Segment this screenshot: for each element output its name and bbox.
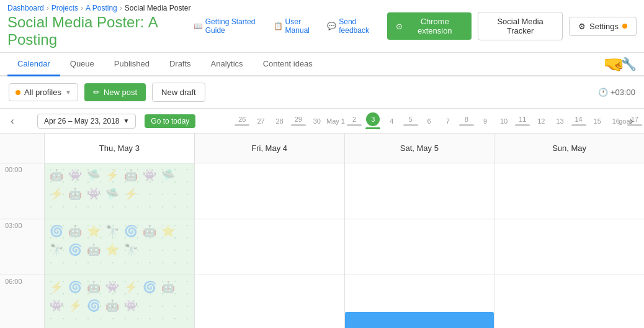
social-media-tracker-button[interactable]: Social Media Tracker <box>478 12 563 40</box>
next-arrow[interactable]: › <box>624 114 639 129</box>
top-bar-left: Dashboard › Projects › A Posting › Socia… <box>7 4 194 48</box>
top-bar-right: 📖 Getting Started Guide 📋 User Manual 💬 … <box>194 12 637 40</box>
day-header-sun: Sun, May <box>494 134 644 163</box>
mini-day-12[interactable]: 12 <box>532 117 550 125</box>
pencil-icon: ✏ <box>93 88 100 97</box>
day-header-fri: Fri, May 4 <box>195 134 344 163</box>
sw-icons-2: 🌀 🤖 ⭐ 🔭 🌀 🤖 ⭐ 🔭 🌀 🤖 ⭐ 🔭 <box>45 219 194 275</box>
mini-day-29[interactable]: 29 <box>289 116 308 126</box>
nav-bar: Calendar Queue Published Drafts Analytic… <box>0 53 644 76</box>
day-slot-sun-00[interactable] <box>494 163 644 219</box>
mini-day-13[interactable]: 13 <box>550 117 569 125</box>
mini-day-4[interactable]: 4 <box>382 117 401 125</box>
time-header <box>0 134 44 163</box>
breadcrumb-a-posting[interactable]: A Posting <box>86 4 117 12</box>
page-title: Social Media Poster: A Posting <box>7 14 194 48</box>
breadcrumb: Dashboard › Projects › A Posting › Socia… <box>7 4 194 12</box>
getting-started-link[interactable]: 📖 Getting Started Guide <box>194 17 267 35</box>
sw-pattern-2: 🌀 🤖 ⭐ 🔭 🌀 🤖 ⭐ 🔭 🌀 🤖 ⭐ 🔭 <box>45 219 194 275</box>
user-manual-link[interactable]: 📋 User Manual <box>274 17 321 35</box>
mini-day-26[interactable]: 26 <box>233 116 251 126</box>
mini-day-11[interactable]: 11 <box>513 116 532 126</box>
timezone: 🕐 +03:00 <box>598 88 635 97</box>
time-slot-06: 06:00 <box>0 275 44 328</box>
day-slot-sat-00[interactable] <box>345 163 494 219</box>
mini-day-15[interactable]: 15 <box>588 117 607 125</box>
mini-day-8[interactable]: 8 <box>457 116 476 126</box>
top-bar: Dashboard › Projects › A Posting › Socia… <box>0 0 644 53</box>
breadcrumb-current: Social Media Poster <box>125 4 191 12</box>
days-strip: 2627282930May 1234567891011121314151617 <box>233 112 644 129</box>
day-slot-sat-06[interactable] <box>345 275 494 328</box>
new-draft-button[interactable]: New draft <box>152 83 205 102</box>
day-slot-fri-03[interactable] <box>195 219 344 275</box>
tab-drafts[interactable]: Drafts <box>159 53 201 76</box>
day-slot-fri-00[interactable] <box>195 163 344 219</box>
send-feedback-link[interactable]: 💬 Send feedback <box>327 17 381 35</box>
tab-published[interactable]: Published <box>104 53 159 76</box>
nav-icon-area: 🤜 🔧 <box>603 54 637 75</box>
tab-queue[interactable]: Queue <box>60 53 104 76</box>
day-slot-thu-06[interactable]: ⚡ 🌀 🤖 👾 ⚡ 🌀 🤖 👾 ⚡ 🌀 🤖 👾 <box>45 275 194 328</box>
day-slot-sun-06[interactable] <box>494 275 644 328</box>
chrome-extension-button[interactable]: ⊙ Chrome extension <box>387 12 472 40</box>
settings-badge <box>622 24 627 29</box>
day-col-fri: Fri, May 4 <box>195 134 345 328</box>
tab-analytics[interactable]: Analytics <box>201 53 253 76</box>
mini-day-27[interactable]: 27 <box>251 117 270 125</box>
day-header-thu: Thu, May 3 <box>45 134 194 163</box>
mini-day-28[interactable]: 28 <box>271 117 289 125</box>
mini-day-9[interactable]: 9 <box>476 117 494 125</box>
nav-tabs: Calendar Queue Published Drafts Analytic… <box>7 53 323 75</box>
sw-pattern: 🤖 👾 🛸 ⚡ 🤖 👾 🛸 ⚡ 🤖 👾 🛸 ⚡ <box>45 163 194 219</box>
go-today-button[interactable]: Go to today <box>145 114 195 128</box>
mini-date-strip: ‹ Apr 26 – May 23, 2018 ▼ Go to today 26… <box>0 109 644 134</box>
day-slot-fri-06[interactable] <box>195 275 344 328</box>
chevron-down-icon: ▼ <box>123 117 129 124</box>
sw-icons-3: ⚡ 🌀 🤖 👾 ⚡ 🌀 🤖 👾 ⚡ 🌀 🤖 👾 <box>45 275 194 328</box>
mini-day-May-1[interactable]: May 1 <box>326 117 345 125</box>
blue-event[interactable] <box>345 312 494 328</box>
time-column: 00:00 03:00 06:00 <box>0 134 45 328</box>
mini-day-6[interactable]: 6 <box>420 117 439 125</box>
day-slot-sat-03[interactable] <box>345 219 494 275</box>
breadcrumb-dashboard[interactable]: Dashboard <box>7 4 44 12</box>
settings-button[interactable]: ⚙ Settings <box>569 17 637 36</box>
clock-icon: 🕐 <box>598 88 608 97</box>
breadcrumb-projects[interactable]: Projects <box>51 4 78 12</box>
profile-dot <box>16 90 20 95</box>
day-header-sat: Sat, May 5 <box>345 134 494 163</box>
day-col-sat: Sat, May 5 <box>345 134 495 328</box>
mini-day-10[interactable]: 10 <box>494 117 513 125</box>
strip-controls: Apr 26 – May 23, 2018 ▼ Go to today <box>0 114 233 129</box>
day-slot-thu-03[interactable]: 🌀 🤖 ⭐ 🔭 🌀 🤖 ⭐ 🔭 🌀 🤖 ⭐ 🔭 <box>45 219 194 275</box>
mini-day-30[interactable]: 30 <box>308 117 326 125</box>
days-grid: Thu, May 3 🤖 👾 🛸 ⚡ 🤖 👾 🛸 ⚡ 🤖 👾 <box>45 134 644 328</box>
date-range-button[interactable]: Apr 26 – May 23, 2018 ▼ <box>37 114 136 129</box>
day-slot-thu-00[interactable]: 🤖 👾 🛸 ⚡ 🤖 👾 🛸 ⚡ 🤖 👾 🛸 ⚡ <box>45 163 194 219</box>
calendar-main: 00:00 03:00 06:00 Thu, May 3 🤖 👾 🛸 ⚡ 🤖 👾 <box>0 134 644 328</box>
tools-icon: 🔧 <box>621 57 637 71</box>
sw-pattern-3: ⚡ 🌀 🤖 👾 ⚡ 🌀 🤖 👾 ⚡ 🌀 🤖 👾 <box>45 275 194 328</box>
feedback-icon: 💬 <box>327 22 336 30</box>
manual-icon: 📋 <box>274 22 283 30</box>
mini-day-5[interactable]: 5 <box>401 116 419 126</box>
profile-select[interactable]: All profiles ▼ <box>9 83 78 101</box>
day-col-sun: Sun, May <box>494 134 644 328</box>
mini-day-14[interactable]: 14 <box>570 116 588 126</box>
chrome-icon: ⊙ <box>396 22 403 31</box>
prev-arrow[interactable]: ‹ <box>5 114 20 129</box>
mini-day-2[interactable]: 2 <box>345 116 364 126</box>
time-slot-00: 00:00 <box>0 163 44 219</box>
tab-content-ideas[interactable]: Content ideas <box>253 53 323 76</box>
chevron-down-icon: ▼ <box>65 89 71 96</box>
day-slot-sun-03[interactable] <box>494 219 644 275</box>
tab-calendar[interactable]: Calendar <box>7 53 60 76</box>
mini-day-3[interactable]: 3 <box>364 112 382 129</box>
book-icon: 📖 <box>194 22 203 30</box>
toolbar: All profiles ▼ ✏ New post New draft 🕐 +0… <box>0 76 644 109</box>
time-slot-03: 03:00 <box>0 219 44 275</box>
new-post-button[interactable]: ✏ New post <box>84 83 146 101</box>
mini-day-7[interactable]: 7 <box>439 117 457 125</box>
page-title-main: Social Media Poster: <box>7 14 144 30</box>
